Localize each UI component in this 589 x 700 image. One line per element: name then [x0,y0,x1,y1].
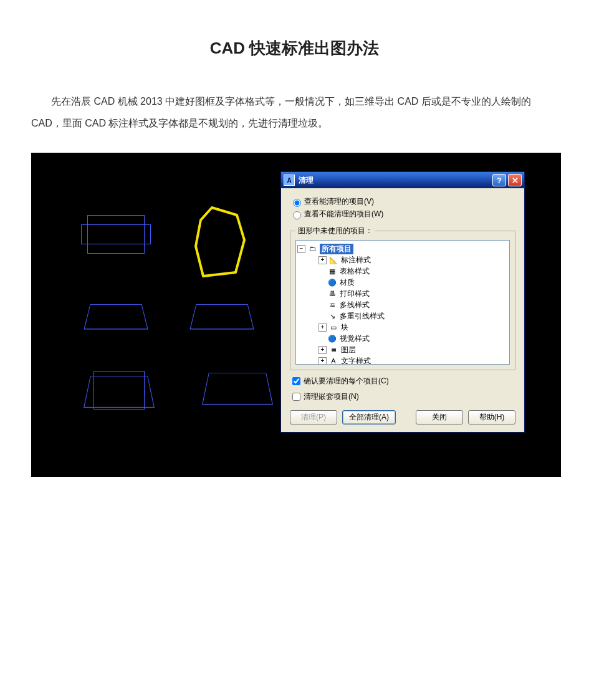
tree-item-icon: ▭ [328,323,338,332]
dialog-title: 清理 [299,175,314,186]
expand-spacer [318,335,325,342]
titlebar-help-button[interactable]: ? [492,174,506,186]
expand-spacer [318,290,325,297]
tree-item-label: 块 [341,322,348,333]
tree-item[interactable]: ↘多重引线样式 [297,310,508,322]
purge-button[interactable]: 清理(P) [290,410,337,424]
expand-spacer [318,302,325,309]
tree-item[interactable]: +📐标注样式 [297,254,508,266]
tree-item-icon: 🖶 [327,289,337,298]
expand-toggle[interactable]: + [318,324,327,332]
cad-drawing [81,224,151,244]
tree-item[interactable]: +▭块 [297,322,508,333]
expand-toggle[interactable]: + [318,256,327,264]
radio-view-nonpurgeable-input[interactable] [293,211,301,219]
tree-item[interactable]: ≋多线样式 [297,299,508,310]
checkbox-nested-input[interactable] [292,393,300,401]
cad-drawing [202,373,273,405]
checkbox-nested[interactable]: 清理嵌套项目(N) [290,391,515,403]
tree-item-icon: ≋ [327,300,337,309]
cad-drawing [84,376,155,408]
tree-root[interactable]: − 🗀 所有项目 [297,243,508,254]
cad-drawing [84,304,148,329]
radio-view-purgeable-label: 查看能清理的项目(V) [304,196,374,207]
checkbox-nested-label: 清理嵌套项目(N) [304,391,359,402]
checkbox-confirm-each[interactable]: 确认要清理的每个项目(C) [290,375,515,387]
tree-item-icon: 📐 [328,256,338,264]
purge-dialog: A 清理 ? ✕ 查看能清理的项目(V) 查看不能清理的项目(W) 图形中未使用… [280,171,525,433]
svg-marker-0 [196,208,244,276]
close-button[interactable]: 关闭 [416,410,463,424]
help-button[interactable]: 帮助(H) [468,410,515,424]
radio-view-purgeable-input[interactable] [293,199,301,207]
radio-view-nonpurgeable[interactable]: 查看不能清理的项目(W) [290,209,515,219]
tree-item-label: 表格样式 [340,266,370,277]
tree-item-icon: ▦ [327,267,337,276]
purge-tree[interactable]: − 🗀 所有项目 +📐标注样式▦表格样式🔵材质🖶打印样式≋多线样式↘多重引线样式… [295,240,510,365]
app-icon: A [284,175,295,186]
tree-item[interactable]: +A文字样式 [297,355,508,365]
tree-item-icon: ≣ [328,345,338,354]
expand-spacer [318,313,325,320]
expand-spacer [318,279,325,286]
expand-spacer [318,268,325,275]
yellow-sketch-shape [187,203,256,284]
expand-toggle[interactable]: + [318,346,327,354]
radio-view-purgeable[interactable]: 查看能清理的项目(V) [290,196,515,207]
unused-items-legend: 图形中未使用的项目： [295,226,375,236]
tree-item-label: 多线样式 [340,300,370,310]
tree-item[interactable]: 🖶打印样式 [297,288,508,299]
dialog-titlebar[interactable]: A 清理 ? ✕ [281,172,524,188]
tree-item-icon: 🔵 [327,278,337,287]
tree-item-label: 文字样式 [341,356,371,365]
checkbox-confirm-each-label: 确认要清理的每个项目(C) [304,376,389,386]
titlebar-close-button[interactable]: ✕ [508,174,522,186]
checkbox-confirm-each-input[interactable] [292,377,300,385]
tree-root-label: 所有项目 [320,244,353,254]
unused-items-fieldset: 图形中未使用的项目： − 🗀 所有项目 +📐标注样式▦表格样式🔵材质🖶打印样式≋… [290,226,515,370]
folder-icon: 🗀 [307,244,317,253]
tree-item-label: 打印样式 [340,289,370,299]
tree-item-label: 标注样式 [341,255,371,266]
tree-item[interactable]: 🔵视觉样式 [297,333,508,344]
tree-item-label: 多重引线样式 [340,311,385,322]
tree-item-label: 材质 [340,277,355,288]
tree-item-icon: 🔵 [327,334,337,343]
expand-toggle[interactable]: + [318,357,327,365]
tree-item-icon: A [328,357,338,365]
cad-screenshot: A 清理 ? ✕ 查看能清理的项目(V) 查看不能清理的项目(W) 图形中未使用… [31,153,561,477]
article-paragraph: 先在浩辰 CAD 机械 2013 中建好图框及字体格式等，一般情况下，如三维导出… [31,90,558,134]
tree-item-icon: ↘ [327,312,337,320]
purge-all-button[interactable]: 全部清理(A) [342,410,396,424]
article-title: CAD 快速标准出图办法 [31,37,558,59]
tree-item[interactable]: 🔵材质 [297,277,508,288]
tree-item-label: 视觉样式 [340,333,370,344]
tree-item[interactable]: ▦表格样式 [297,266,508,277]
cad-drawing [189,304,254,329]
expand-toggle[interactable]: − [297,245,305,253]
radio-view-nonpurgeable-label: 查看不能清理的项目(W) [304,209,383,219]
tree-item-label: 图层 [341,345,356,355]
tree-item[interactable]: +≣图层 [297,344,508,355]
